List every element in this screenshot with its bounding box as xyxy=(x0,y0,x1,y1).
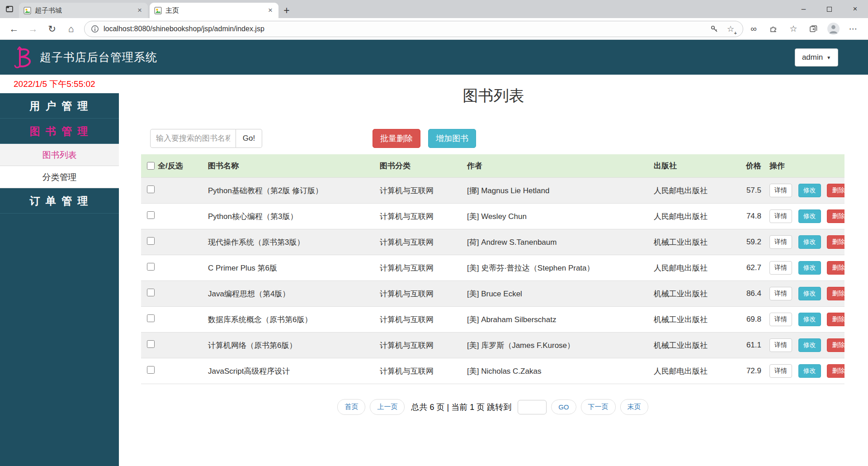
delete-button[interactable]: 删除 xyxy=(827,313,844,326)
detail-button[interactable]: 详情 xyxy=(769,261,792,275)
browser-tab-home[interactable]: 主页 × xyxy=(150,3,278,18)
row-select-checkbox[interactable] xyxy=(147,340,155,348)
header-book-author: 作者 xyxy=(463,154,650,178)
row-select-checkbox[interactable] xyxy=(147,185,155,193)
sidebar-item-order-management[interactable]: 订 单 管 理 xyxy=(0,188,119,214)
edit-button[interactable]: 修改 xyxy=(798,338,821,352)
browser-nav-bar: ← → ↻ ⌂ localhost:8080/shinebookshop/jsp… xyxy=(0,18,868,40)
minimize-button[interactable]: – xyxy=(791,0,816,18)
row-select-checkbox[interactable] xyxy=(147,263,155,271)
row-select-checkbox[interactable] xyxy=(147,314,155,322)
delete-button[interactable]: 删除 xyxy=(827,364,844,378)
edit-button[interactable]: 修改 xyxy=(798,364,821,378)
prev-page-button[interactable]: 上一页 xyxy=(370,399,405,415)
favorites-icon[interactable]: ☆ xyxy=(787,22,800,36)
password-key-icon[interactable] xyxy=(708,23,720,35)
book-category: 计算机与互联网 xyxy=(376,333,463,358)
edit-button[interactable]: 修改 xyxy=(798,184,821,197)
row-select-checkbox[interactable] xyxy=(147,289,155,296)
home-icon[interactable]: ⌂ xyxy=(61,20,80,38)
extensions-icon[interactable] xyxy=(767,22,780,36)
delete-button[interactable]: 删除 xyxy=(827,338,844,352)
book-name: 数据库系统概念（原书第6版） xyxy=(204,307,376,333)
edit-button[interactable]: 修改 xyxy=(798,209,821,223)
loop-infinity-icon[interactable]: ∞ xyxy=(747,22,760,36)
new-tab-button[interactable]: + xyxy=(278,3,295,18)
sidebar-item-user-management[interactable]: 用 户 管 理 xyxy=(0,93,119,119)
edit-button[interactable]: 修改 xyxy=(798,261,821,275)
tab-actions-menu-icon[interactable] xyxy=(0,0,19,18)
add-favorite-icon[interactable]: ☆ + xyxy=(725,23,736,35)
browser-tab-bar: 超子书城 × 主页 × + – × xyxy=(0,0,868,18)
settings-more-icon[interactable]: ⋯ xyxy=(846,22,860,36)
search-go-button[interactable]: Go! xyxy=(236,129,262,148)
delete-button[interactable]: 删除 xyxy=(827,261,844,275)
sidebar-item-category-management[interactable]: 分类管理 xyxy=(0,166,119,188)
page-favicon-icon xyxy=(154,7,162,14)
sidebar-item-book-list[interactable]: 图书列表 xyxy=(0,144,119,166)
tab-close-icon[interactable]: × xyxy=(136,6,143,15)
tab-title: 主页 xyxy=(165,6,263,15)
back-icon[interactable]: ← xyxy=(5,20,24,38)
table-row: Java编程思想（第4版） 计算机与互联网 [美] Bruce Eckel 机械… xyxy=(141,281,844,307)
detail-button[interactable]: 详情 xyxy=(769,209,792,223)
header-book-name: 图书名称 xyxy=(204,154,376,178)
forward-icon[interactable]: → xyxy=(24,20,42,38)
table-row: Python核心编程（第3版） 计算机与互联网 [美] Wesley Chun … xyxy=(141,204,844,229)
address-bar[interactable]: localhost:8080/shinebookshop/jsp/admin/i… xyxy=(84,21,743,37)
search-input[interactable] xyxy=(150,129,236,148)
site-logo xyxy=(14,46,33,69)
tab-title: 超子书城 xyxy=(35,6,132,15)
table-header-row: 全/反选 图书名称 图书分类 作者 出版社 价格 操作 xyxy=(141,154,844,178)
first-page-button[interactable]: 首页 xyxy=(337,399,365,415)
book-name: 现代操作系统（原书第3版） xyxy=(204,229,376,255)
sidebar-item-book-management[interactable]: 图 书 管 理 xyxy=(0,119,119,144)
person-icon xyxy=(827,23,840,35)
detail-button[interactable]: 详情 xyxy=(769,338,792,352)
book-author: [荷] Andrew S.Tanenbaum xyxy=(463,229,650,255)
detail-button[interactable]: 详情 xyxy=(769,184,792,197)
browser-window: 超子书城 × 主页 × + – × ← → ↻ ⌂ xyxy=(0,0,868,40)
delete-button[interactable]: 删除 xyxy=(827,184,844,197)
delete-button[interactable]: 删除 xyxy=(827,209,844,223)
collections-icon[interactable] xyxy=(807,22,820,36)
close-button[interactable]: × xyxy=(842,0,868,18)
select-all-checkbox[interactable] xyxy=(147,162,155,170)
detail-button[interactable]: 详情 xyxy=(769,287,792,300)
last-page-button[interactable]: 末页 xyxy=(620,399,648,415)
refresh-icon[interactable]: ↻ xyxy=(42,20,61,38)
site-info-icon[interactable] xyxy=(91,25,99,33)
edit-button[interactable]: 修改 xyxy=(798,287,821,300)
admin-menu-button[interactable]: admin ▼ xyxy=(795,48,838,67)
book-price: 61.1 xyxy=(731,333,766,358)
batch-delete-button[interactable]: 批量删除 xyxy=(373,129,420,148)
delete-button[interactable]: 删除 xyxy=(827,235,844,249)
browser-tab-shop[interactable]: 超子书城 × xyxy=(19,3,148,18)
table-row: 计算机网络（原书第6版） 计算机与互联网 [美] 库罗斯（James F.Kur… xyxy=(141,333,844,358)
book-table: 全/反选 图书名称 图书分类 作者 出版社 价格 操作 Python基础教程（第… xyxy=(141,154,844,384)
maximize-icon xyxy=(827,7,832,12)
detail-button[interactable]: 详情 xyxy=(769,313,792,326)
left-column: 2022/1/5 下午5:55:02 用 户 管 理 图 书 管 理 图书列表 … xyxy=(0,75,119,466)
edit-button[interactable]: 修改 xyxy=(798,235,821,249)
toolbar-icons: ∞ ☆ xyxy=(747,22,863,36)
row-select-checkbox[interactable] xyxy=(147,366,155,374)
row-select-checkbox[interactable] xyxy=(147,237,155,245)
delete-button[interactable]: 删除 xyxy=(827,287,844,300)
jump-page-input[interactable] xyxy=(518,400,547,414)
row-select-checkbox[interactable] xyxy=(147,211,155,219)
book-publisher: 机械工业出版社 xyxy=(650,307,731,333)
edit-button[interactable]: 修改 xyxy=(798,313,821,326)
next-page-button[interactable]: 下一页 xyxy=(581,399,616,415)
site-title: 超子书店后台管理系统 xyxy=(40,50,157,65)
jump-go-button[interactable]: GO xyxy=(551,399,576,414)
book-category: 计算机与互联网 xyxy=(376,281,463,307)
tab-close-icon[interactable]: × xyxy=(267,6,274,15)
detail-button[interactable]: 详情 xyxy=(769,364,792,378)
add-book-button[interactable]: 增加图书 xyxy=(428,129,476,148)
site-header: 超子书店后台管理系统 admin ▼ xyxy=(0,40,868,75)
profile-avatar[interactable] xyxy=(826,22,840,36)
page-favicon-icon xyxy=(24,7,31,14)
detail-button[interactable]: 详情 xyxy=(769,235,792,249)
maximize-button[interactable] xyxy=(816,0,842,18)
